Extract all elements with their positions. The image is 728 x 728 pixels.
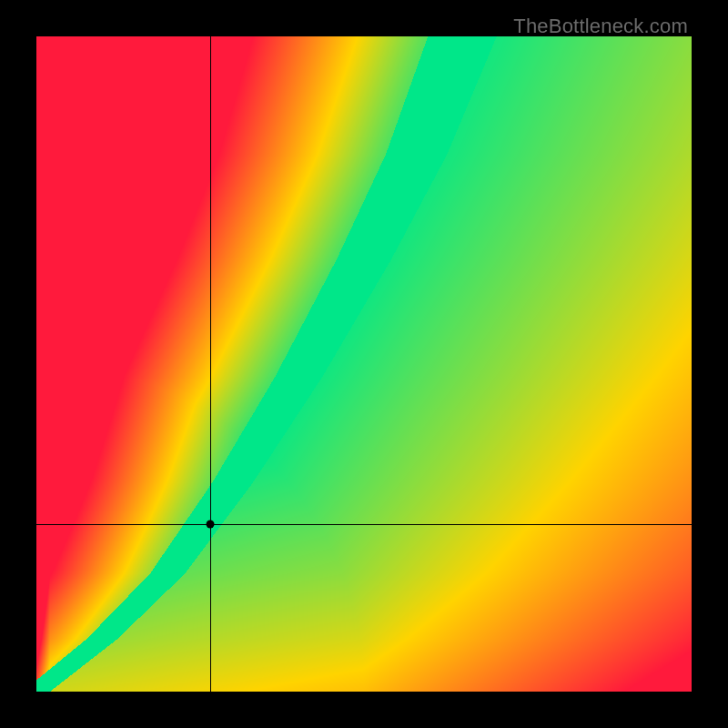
marker-dot (206, 521, 214, 529)
crosshair-horizontal (36, 524, 692, 525)
plot-area (36, 36, 692, 692)
heatmap-canvas (36, 36, 692, 692)
crosshair-vertical (210, 36, 211, 692)
chart-container: TheBottleneck.com (0, 0, 728, 728)
watermark-text: TheBottleneck.com (513, 15, 688, 38)
